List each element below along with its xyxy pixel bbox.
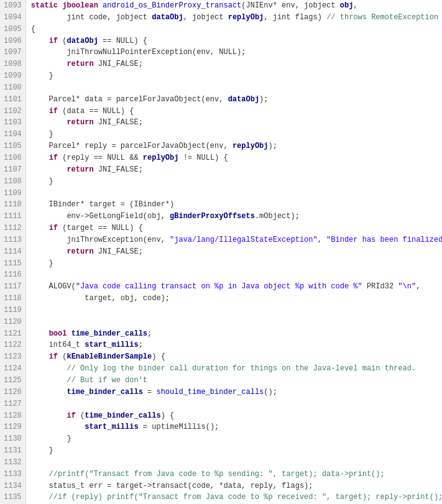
code-line: [31, 457, 442, 469]
line-number: 1112: [4, 222, 22, 234]
code-line: Parcel* reply = parcelForJavaObject(env,…: [31, 140, 442, 152]
line-number: 1110: [4, 199, 22, 211]
code-line: if (time_binder_calls) {: [31, 410, 442, 422]
code-line: }: [31, 70, 442, 82]
code-line: static jboolean android_os_BinderProxy_t…: [31, 0, 442, 12]
code-line: jint code, jobject dataObj, jobject repl…: [31, 12, 442, 24]
code-line: if (kEnableBinderSample) {: [31, 351, 442, 363]
code-content[interactable]: static jboolean android_os_BinderProxy_t…: [26, 0, 442, 504]
code-line: if (target == NULL) {: [31, 222, 442, 234]
line-number: 1133: [4, 469, 22, 480]
line-number: 1103: [4, 117, 22, 129]
code-line: time_binder_calls = should_time_binder_c…: [31, 387, 442, 398]
line-number: 1105: [4, 140, 22, 152]
line-number: 1120: [4, 316, 22, 328]
line-number: 1108: [4, 176, 22, 188]
code-line: }: [31, 176, 442, 188]
line-number: 1095: [4, 24, 22, 35]
line-number: 1119: [4, 305, 22, 316]
line-number: 1116: [4, 269, 22, 281]
code-line: env->GetLongField(obj, gBinderProxyOffse…: [31, 211, 442, 222]
code-line: jniThrowException(env, "java/lang/Illega…: [31, 234, 442, 246]
code-line: start_millis = uptimeMillis();: [31, 421, 442, 433]
code-line: return JNI_FALSE;: [31, 58, 442, 70]
code-line: {: [31, 24, 442, 35]
code-line: [31, 398, 442, 410]
code-line: return JNI_FALSE;: [31, 164, 442, 176]
line-number: 1121: [4, 328, 22, 340]
code-line: [31, 316, 442, 328]
line-number: 1104: [4, 129, 22, 140]
code-line: //if (reply) printf("Transact from Java …: [31, 492, 442, 503]
line-number: 1127: [4, 398, 22, 410]
code-line: }: [31, 258, 442, 270]
line-number: 1115: [4, 258, 22, 270]
line-number: 1124: [4, 363, 22, 375]
line-number: 1114: [4, 246, 22, 258]
line-number: 1099: [4, 70, 22, 82]
code-line: return JNI_FALSE;: [31, 246, 442, 258]
line-number: 1107: [4, 164, 22, 176]
line-number: 1113: [4, 234, 22, 246]
code-line: if (dataObj == NULL) {: [31, 35, 442, 47]
line-number: 1122: [4, 339, 22, 351]
code-line: // Only log the binder call duration for…: [31, 363, 442, 375]
code-line: IBinder* target = (IBinder*): [31, 199, 442, 211]
line-number: 1117: [4, 281, 22, 293]
line-number: 1131: [4, 445, 22, 457]
code-line: // But if we don't: [31, 375, 442, 387]
code-line: int64_t start_millis;: [31, 339, 442, 351]
line-number: 1106: [4, 152, 22, 164]
code-line: [31, 305, 442, 316]
code-line: Parcel* data = parcelForJavaObject(env, …: [31, 94, 442, 106]
line-number: 1135: [4, 492, 22, 503]
code-line: }: [31, 129, 442, 140]
code-line: //printf("Transact from Java code to %p …: [31, 469, 442, 480]
line-number-gutter: 1093109410951096109710981099110011011102…: [0, 0, 26, 504]
code-line: jniThrowNullPointerException(env, NULL);: [31, 47, 442, 58]
line-number: 1132: [4, 457, 22, 469]
code-line: [31, 188, 442, 199]
line-number: 1093: [4, 0, 22, 12]
line-number: 1134: [4, 480, 22, 492]
line-number: 1111: [4, 211, 22, 222]
line-number: 1129: [4, 421, 22, 433]
line-number: 1109: [4, 188, 22, 199]
line-number: 1096: [4, 35, 22, 47]
line-number: 1128: [4, 410, 22, 422]
line-number: 1097: [4, 47, 22, 58]
line-number: 1118: [4, 293, 22, 305]
code-line: status_t err = target->transact(code, *d…: [31, 480, 442, 492]
code-line: [31, 269, 442, 281]
code-line: if (data == NULL) {: [31, 106, 442, 117]
code-viewer: 1093109410951096109710981099110011011102…: [0, 0, 442, 504]
line-number: 1130: [4, 433, 22, 445]
code-line: [31, 82, 442, 94]
line-number: 1094: [4, 12, 22, 24]
line-number: 1102: [4, 106, 22, 117]
line-number: 1101: [4, 94, 22, 106]
line-number: 1125: [4, 375, 22, 387]
code-panel: 1093109410951096109710981099110011011102…: [0, 0, 442, 504]
code-line: }: [31, 445, 442, 457]
code-line: if (reply == NULL && replyObj != NULL) {: [31, 152, 442, 164]
line-number: 1126: [4, 387, 22, 398]
code-line: target, obj, code);: [31, 293, 442, 305]
code-line: ALOGV("Java code calling transact on %p …: [31, 281, 442, 293]
line-number: 1123: [4, 351, 22, 363]
code-line: }: [31, 433, 442, 445]
code-line: return JNI_FALSE;: [31, 117, 442, 129]
line-number: 1098: [4, 58, 22, 70]
code-line: bool time_binder_calls;: [31, 328, 442, 340]
line-number: 1100: [4, 82, 22, 94]
